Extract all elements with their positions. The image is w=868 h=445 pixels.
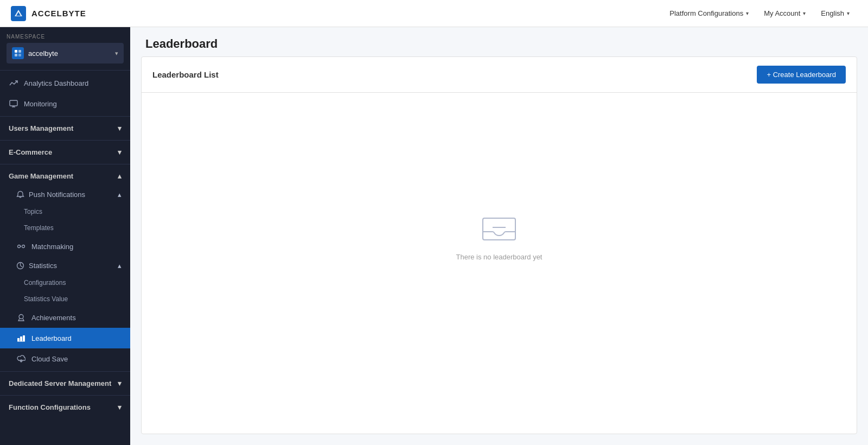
dedicated-server-chevron-icon: ▾ bbox=[118, 379, 122, 387]
bell-icon bbox=[16, 190, 24, 199]
sidebar-item-label-analytics: Analytics Dashboard bbox=[24, 79, 88, 87]
sidebar-item-achievements[interactable]: Achievements bbox=[0, 307, 130, 328]
sidebar-subsection-statistics[interactable]: Statistics ▴ bbox=[0, 257, 130, 275]
sidebar-section-label-dedicated: Dedicated Server Management bbox=[9, 379, 111, 387]
sidebar-sub-item-statistics-value[interactable]: Statistics Value bbox=[0, 291, 130, 307]
page-header: Leaderboard bbox=[130, 27, 868, 56]
sidebar-divider-2 bbox=[0, 116, 130, 117]
sidebar-section-function-configs[interactable]: Function Configurations ▾ bbox=[0, 398, 130, 417]
content-card: Leaderboard List + Create Leaderboard Th… bbox=[141, 56, 857, 434]
platform-configs-button[interactable]: Platform Configurations ▾ bbox=[662, 5, 756, 22]
trend-icon bbox=[9, 78, 18, 88]
platform-configs-label: Platform Configurations bbox=[669, 9, 743, 17]
card-title: Leaderboard List bbox=[152, 70, 219, 79]
card-body: There is no leaderboard yet bbox=[142, 93, 857, 375]
sidebar-section-label-users: Users Management bbox=[9, 124, 73, 132]
users-management-chevron-icon: ▾ bbox=[118, 124, 122, 132]
cloud-save-icon bbox=[16, 354, 26, 364]
language-button[interactable]: English ▾ bbox=[813, 5, 857, 22]
sidebar-item-analytics-dashboard[interactable]: Analytics Dashboard bbox=[0, 73, 130, 93]
empty-state-text: There is no leaderboard yet bbox=[456, 253, 542, 261]
sidebar-divider-6 bbox=[0, 395, 130, 396]
push-notifications-chevron-icon: ▴ bbox=[118, 190, 122, 199]
create-leaderboard-label: + Create Leaderboard bbox=[767, 71, 836, 79]
namespace-section: NAMESPACE accelbyte ▾ bbox=[0, 27, 130, 68]
empty-state-icon bbox=[477, 207, 521, 245]
sidebar-section-label-game: Game Management bbox=[9, 172, 73, 180]
logo-text: ACCELBYTE bbox=[31, 9, 86, 18]
svg-rect-19 bbox=[483, 218, 515, 240]
svg-rect-4 bbox=[10, 100, 17, 106]
sidebar-section-label-ecommerce: E-Commerce bbox=[9, 148, 52, 156]
my-account-label: My Account bbox=[764, 9, 800, 17]
sidebar-divider-5 bbox=[0, 371, 130, 372]
sidebar-section-label-function: Function Configurations bbox=[9, 403, 91, 411]
top-navbar: ACCELBYTE Platform Configurations ▾ My A… bbox=[0, 0, 868, 27]
sidebar-item-monitoring[interactable]: Monitoring bbox=[0, 93, 130, 114]
svg-rect-1 bbox=[18, 50, 21, 53]
language-chevron-icon: ▾ bbox=[847, 10, 850, 16]
main-content: Leaderboard Leaderboard List + Create Le… bbox=[130, 27, 868, 445]
matchmaking-icon bbox=[16, 241, 26, 251]
sidebar-section-ecommerce[interactable]: E-Commerce ▾ bbox=[0, 143, 130, 162]
namespace-icon bbox=[12, 47, 24, 59]
sidebar-divider-1 bbox=[0, 70, 130, 71]
push-notifications-left: Push Notifications bbox=[16, 190, 85, 199]
matchmaking-label: Matchmaking bbox=[31, 243, 73, 251]
logo-area: ACCELBYTE bbox=[11, 6, 86, 21]
svg-rect-2 bbox=[15, 54, 17, 56]
svg-point-13 bbox=[19, 315, 23, 319]
my-account-button[interactable]: My Account ▾ bbox=[756, 5, 813, 22]
sidebar: NAMESPACE accelbyte ▾ bbox=[0, 27, 130, 445]
monitor-icon bbox=[9, 99, 18, 109]
sidebar-item-label-monitoring: Monitoring bbox=[24, 100, 57, 108]
function-configs-chevron-icon: ▾ bbox=[118, 403, 122, 411]
sidebar-sub-item-templates[interactable]: Templates bbox=[0, 220, 130, 236]
sidebar-section-game-management[interactable]: Game Management ▴ bbox=[0, 167, 130, 186]
sidebar-item-cloud-save[interactable]: Cloud Save bbox=[0, 348, 130, 369]
svg-rect-16 bbox=[23, 335, 25, 341]
topics-label: Topics bbox=[24, 208, 42, 215]
cloud-save-label: Cloud Save bbox=[31, 355, 68, 363]
svg-rect-14 bbox=[17, 338, 20, 341]
leaderboard-icon bbox=[16, 333, 26, 343]
sidebar-divider-3 bbox=[0, 140, 130, 141]
svg-point-8 bbox=[22, 245, 25, 248]
svg-rect-0 bbox=[15, 50, 17, 53]
namespace-name: accelbyte bbox=[28, 49, 111, 58]
platform-configs-chevron-icon: ▾ bbox=[746, 10, 749, 16]
game-management-chevron-icon: ▴ bbox=[118, 172, 122, 180]
statistics-icon bbox=[16, 262, 24, 270]
layout: NAMESPACE accelbyte ▾ bbox=[0, 27, 868, 445]
sidebar-item-matchmaking[interactable]: Matchmaking bbox=[0, 236, 130, 257]
svg-line-12 bbox=[21, 266, 23, 268]
sidebar-section-dedicated-server[interactable]: Dedicated Server Management ▾ bbox=[0, 374, 130, 393]
sidebar-divider-4 bbox=[0, 164, 130, 164]
my-account-chevron-icon: ▾ bbox=[803, 10, 806, 16]
language-label: English bbox=[821, 9, 844, 17]
statistics-left: Statistics bbox=[16, 262, 57, 270]
statistics-chevron-icon: ▴ bbox=[118, 262, 122, 270]
statistics-label: Statistics bbox=[29, 262, 57, 270]
leaderboard-label: Leaderboard bbox=[31, 334, 72, 342]
card-header: Leaderboard List + Create Leaderboard bbox=[142, 57, 857, 93]
svg-point-7 bbox=[18, 245, 21, 248]
logo-icon bbox=[11, 6, 26, 21]
statistics-value-label: Statistics Value bbox=[24, 295, 68, 303]
svg-rect-3 bbox=[18, 54, 21, 56]
sidebar-item-leaderboard[interactable]: Leaderboard bbox=[0, 328, 130, 348]
sidebar-subsection-push-notifications[interactable]: Push Notifications ▴ bbox=[0, 186, 130, 204]
page-title: Leaderboard bbox=[145, 37, 853, 51]
top-navbar-right: Platform Configurations ▾ My Account ▾ E… bbox=[662, 5, 857, 22]
push-notifications-label: Push Notifications bbox=[29, 190, 85, 199]
sidebar-sub-item-topics[interactable]: Topics bbox=[0, 204, 130, 220]
sidebar-section-users-management[interactable]: Users Management ▾ bbox=[0, 119, 130, 138]
namespace-label: NAMESPACE bbox=[7, 34, 124, 40]
namespace-selector[interactable]: accelbyte ▾ bbox=[7, 43, 124, 63]
achievements-label: Achievements bbox=[31, 314, 76, 322]
sidebar-sub-item-configurations[interactable]: Configurations bbox=[0, 275, 130, 291]
templates-label: Templates bbox=[24, 224, 54, 232]
create-leaderboard-button[interactable]: + Create Leaderboard bbox=[757, 66, 846, 84]
namespace-chevron-icon: ▾ bbox=[115, 50, 118, 57]
ecommerce-chevron-icon: ▾ bbox=[118, 148, 122, 156]
